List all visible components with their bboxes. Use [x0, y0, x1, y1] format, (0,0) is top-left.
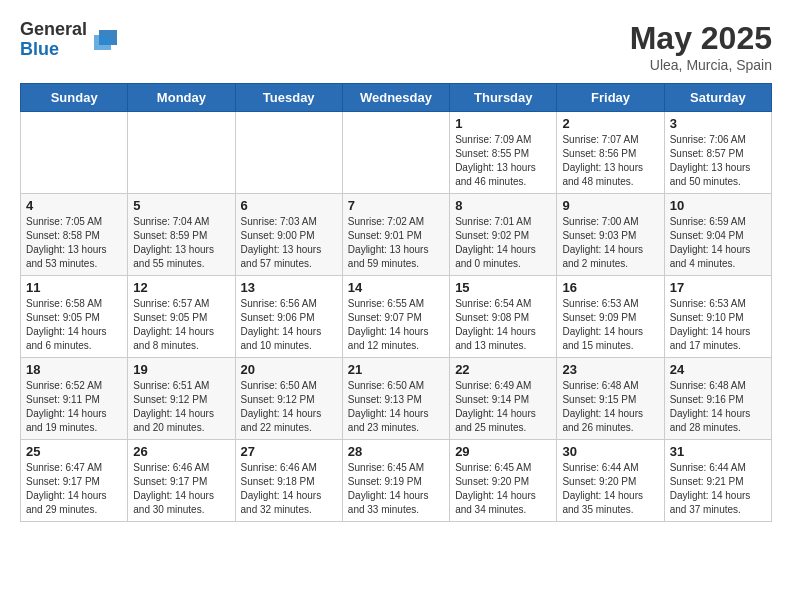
logo-icon	[89, 25, 119, 55]
calendar-cell: 20Sunrise: 6:50 AM Sunset: 9:12 PM Dayli…	[235, 358, 342, 440]
day-info: Sunrise: 6:58 AM Sunset: 9:05 PM Dayligh…	[26, 297, 122, 353]
day-number: 14	[348, 280, 444, 295]
calendar-cell: 25Sunrise: 6:47 AM Sunset: 9:17 PM Dayli…	[21, 440, 128, 522]
day-info: Sunrise: 6:50 AM Sunset: 9:13 PM Dayligh…	[348, 379, 444, 435]
calendar-cell: 1Sunrise: 7:09 AM Sunset: 8:55 PM Daylig…	[450, 112, 557, 194]
calendar-cell: 7Sunrise: 7:02 AM Sunset: 9:01 PM Daylig…	[342, 194, 449, 276]
day-info: Sunrise: 6:53 AM Sunset: 9:09 PM Dayligh…	[562, 297, 658, 353]
day-number: 2	[562, 116, 658, 131]
calendar-cell: 2Sunrise: 7:07 AM Sunset: 8:56 PM Daylig…	[557, 112, 664, 194]
day-number: 1	[455, 116, 551, 131]
day-info: Sunrise: 6:48 AM Sunset: 9:15 PM Dayligh…	[562, 379, 658, 435]
day-info: Sunrise: 6:45 AM Sunset: 9:20 PM Dayligh…	[455, 461, 551, 517]
weekday-header-friday: Friday	[557, 84, 664, 112]
logo: General Blue	[20, 20, 119, 60]
svg-marker-1	[94, 35, 111, 50]
calendar-cell: 4Sunrise: 7:05 AM Sunset: 8:58 PM Daylig…	[21, 194, 128, 276]
weekday-header-wednesday: Wednesday	[342, 84, 449, 112]
calendar-cell: 6Sunrise: 7:03 AM Sunset: 9:00 PM Daylig…	[235, 194, 342, 276]
day-number: 8	[455, 198, 551, 213]
day-info: Sunrise: 6:49 AM Sunset: 9:14 PM Dayligh…	[455, 379, 551, 435]
day-info: Sunrise: 6:57 AM Sunset: 9:05 PM Dayligh…	[133, 297, 229, 353]
day-info: Sunrise: 6:44 AM Sunset: 9:20 PM Dayligh…	[562, 461, 658, 517]
calendar-cell: 22Sunrise: 6:49 AM Sunset: 9:14 PM Dayli…	[450, 358, 557, 440]
calendar-cell	[128, 112, 235, 194]
day-info: Sunrise: 7:09 AM Sunset: 8:55 PM Dayligh…	[455, 133, 551, 189]
calendar-row-2: 4Sunrise: 7:05 AM Sunset: 8:58 PM Daylig…	[21, 194, 772, 276]
day-number: 7	[348, 198, 444, 213]
calendar-cell: 26Sunrise: 6:46 AM Sunset: 9:17 PM Dayli…	[128, 440, 235, 522]
day-number: 10	[670, 198, 766, 213]
calendar-cell: 23Sunrise: 6:48 AM Sunset: 9:15 PM Dayli…	[557, 358, 664, 440]
calendar-cell: 27Sunrise: 6:46 AM Sunset: 9:18 PM Dayli…	[235, 440, 342, 522]
day-info: Sunrise: 6:46 AM Sunset: 9:17 PM Dayligh…	[133, 461, 229, 517]
day-number: 9	[562, 198, 658, 213]
day-info: Sunrise: 7:05 AM Sunset: 8:58 PM Dayligh…	[26, 215, 122, 271]
calendar-row-1: 1Sunrise: 7:09 AM Sunset: 8:55 PM Daylig…	[21, 112, 772, 194]
day-number: 6	[241, 198, 337, 213]
day-info: Sunrise: 7:07 AM Sunset: 8:56 PM Dayligh…	[562, 133, 658, 189]
weekday-header-row: SundayMondayTuesdayWednesdayThursdayFrid…	[21, 84, 772, 112]
day-number: 29	[455, 444, 551, 459]
day-number: 23	[562, 362, 658, 377]
day-number: 27	[241, 444, 337, 459]
day-info: Sunrise: 6:56 AM Sunset: 9:06 PM Dayligh…	[241, 297, 337, 353]
day-number: 4	[26, 198, 122, 213]
day-number: 26	[133, 444, 229, 459]
day-number: 12	[133, 280, 229, 295]
calendar-cell: 11Sunrise: 6:58 AM Sunset: 9:05 PM Dayli…	[21, 276, 128, 358]
day-number: 3	[670, 116, 766, 131]
day-number: 11	[26, 280, 122, 295]
day-info: Sunrise: 6:47 AM Sunset: 9:17 PM Dayligh…	[26, 461, 122, 517]
month-title: May 2025	[630, 20, 772, 57]
logo-general: General	[20, 19, 87, 39]
day-info: Sunrise: 6:51 AM Sunset: 9:12 PM Dayligh…	[133, 379, 229, 435]
calendar-cell	[21, 112, 128, 194]
calendar-cell: 9Sunrise: 7:00 AM Sunset: 9:03 PM Daylig…	[557, 194, 664, 276]
day-number: 21	[348, 362, 444, 377]
calendar-row-5: 25Sunrise: 6:47 AM Sunset: 9:17 PM Dayli…	[21, 440, 772, 522]
calendar-cell: 24Sunrise: 6:48 AM Sunset: 9:16 PM Dayli…	[664, 358, 771, 440]
calendar-cell: 21Sunrise: 6:50 AM Sunset: 9:13 PM Dayli…	[342, 358, 449, 440]
day-info: Sunrise: 7:03 AM Sunset: 9:00 PM Dayligh…	[241, 215, 337, 271]
weekday-header-tuesday: Tuesday	[235, 84, 342, 112]
calendar-cell: 28Sunrise: 6:45 AM Sunset: 9:19 PM Dayli…	[342, 440, 449, 522]
calendar-cell: 15Sunrise: 6:54 AM Sunset: 9:08 PM Dayli…	[450, 276, 557, 358]
calendar-row-3: 11Sunrise: 6:58 AM Sunset: 9:05 PM Dayli…	[21, 276, 772, 358]
day-number: 16	[562, 280, 658, 295]
calendar-cell: 12Sunrise: 6:57 AM Sunset: 9:05 PM Dayli…	[128, 276, 235, 358]
day-info: Sunrise: 6:46 AM Sunset: 9:18 PM Dayligh…	[241, 461, 337, 517]
day-info: Sunrise: 7:04 AM Sunset: 8:59 PM Dayligh…	[133, 215, 229, 271]
day-number: 18	[26, 362, 122, 377]
day-info: Sunrise: 6:50 AM Sunset: 9:12 PM Dayligh…	[241, 379, 337, 435]
calendar-cell: 19Sunrise: 6:51 AM Sunset: 9:12 PM Dayli…	[128, 358, 235, 440]
day-number: 19	[133, 362, 229, 377]
day-info: Sunrise: 6:45 AM Sunset: 9:19 PM Dayligh…	[348, 461, 444, 517]
weekday-header-thursday: Thursday	[450, 84, 557, 112]
day-info: Sunrise: 7:06 AM Sunset: 8:57 PM Dayligh…	[670, 133, 766, 189]
calendar-cell: 30Sunrise: 6:44 AM Sunset: 9:20 PM Dayli…	[557, 440, 664, 522]
day-number: 24	[670, 362, 766, 377]
day-info: Sunrise: 6:44 AM Sunset: 9:21 PM Dayligh…	[670, 461, 766, 517]
calendar-cell: 13Sunrise: 6:56 AM Sunset: 9:06 PM Dayli…	[235, 276, 342, 358]
weekday-header-sunday: Sunday	[21, 84, 128, 112]
calendar-cell: 29Sunrise: 6:45 AM Sunset: 9:20 PM Dayli…	[450, 440, 557, 522]
calendar-cell: 18Sunrise: 6:52 AM Sunset: 9:11 PM Dayli…	[21, 358, 128, 440]
logo-blue: Blue	[20, 39, 59, 59]
calendar-cell: 5Sunrise: 7:04 AM Sunset: 8:59 PM Daylig…	[128, 194, 235, 276]
day-info: Sunrise: 6:53 AM Sunset: 9:10 PM Dayligh…	[670, 297, 766, 353]
calendar-cell	[342, 112, 449, 194]
day-number: 30	[562, 444, 658, 459]
page-header: General Blue May 2025 Ulea, Murcia, Spai…	[20, 20, 772, 73]
day-info: Sunrise: 7:02 AM Sunset: 9:01 PM Dayligh…	[348, 215, 444, 271]
day-number: 13	[241, 280, 337, 295]
day-number: 31	[670, 444, 766, 459]
calendar-cell: 16Sunrise: 6:53 AM Sunset: 9:09 PM Dayli…	[557, 276, 664, 358]
calendar-cell: 10Sunrise: 6:59 AM Sunset: 9:04 PM Dayli…	[664, 194, 771, 276]
day-info: Sunrise: 7:00 AM Sunset: 9:03 PM Dayligh…	[562, 215, 658, 271]
day-number: 22	[455, 362, 551, 377]
day-number: 28	[348, 444, 444, 459]
day-number: 15	[455, 280, 551, 295]
day-info: Sunrise: 6:55 AM Sunset: 9:07 PM Dayligh…	[348, 297, 444, 353]
calendar-table: SundayMondayTuesdayWednesdayThursdayFrid…	[20, 83, 772, 522]
